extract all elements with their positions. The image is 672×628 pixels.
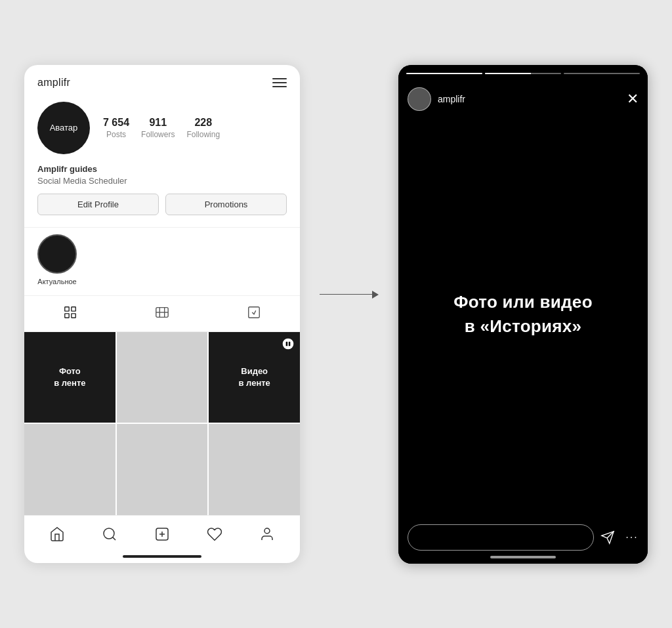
stat-following: 228 Following: [186, 117, 220, 139]
svg-point-20: [635, 537, 637, 538]
story-content: Фото или видеов «Историях»: [398, 65, 648, 564]
story-header: amplifr ✕: [398, 70, 648, 117]
svg-rect-8: [286, 341, 288, 346]
stat-followers: 911 Followers: [141, 117, 175, 139]
bio-name: Amplifr guides: [37, 164, 287, 174]
following-label: Following: [186, 130, 220, 139]
avatar-label: Аватар: [50, 123, 78, 133]
svg-rect-2: [65, 313, 69, 317]
svg-rect-1: [72, 306, 75, 310]
grid-cell-video: Видеов ленте: [209, 332, 300, 423]
send-icon[interactable]: [600, 530, 615, 545]
promotions-button[interactable]: Promotions: [165, 194, 287, 215]
grid-photo-label: Фотов ленте: [54, 366, 85, 389]
story-username: amplifr: [438, 94, 465, 104]
video-icon: [282, 337, 295, 353]
arrow-head: [372, 291, 379, 299]
svg-point-19: [631, 537, 632, 538]
bottom-nav: [24, 515, 300, 553]
svg-point-15: [264, 528, 270, 534]
followers-label: Followers: [141, 130, 175, 139]
svg-point-10: [104, 528, 114, 539]
bio-desc: Social Media Scheduler: [37, 176, 287, 186]
avatar: Аватар: [37, 102, 90, 154]
svg-rect-0: [65, 306, 69, 310]
posts-number: 7 654: [103, 117, 129, 129]
story-bottom: [398, 524, 648, 551]
highlight-circle: [37, 234, 77, 274]
tab-grid[interactable]: [56, 303, 84, 325]
grid-cell-empty-2: [24, 424, 116, 515]
phone-header: amplifr: [24, 65, 300, 95]
following-number: 228: [194, 117, 212, 129]
nav-profile[interactable]: [254, 524, 280, 547]
profile-stats: 7 654 Posts 911 Followers 228 Following: [103, 117, 287, 139]
grid-section: Фотов ленте Видеов ленте: [24, 332, 300, 515]
stat-posts: 7 654 Posts: [103, 117, 129, 139]
profile-section: Аватар 7 654 Posts 911 Followers 228 Fol…: [24, 95, 300, 164]
action-buttons: Edit Profile Promotions: [24, 194, 300, 227]
grid-cell-empty-3: [117, 424, 208, 515]
story-avatar: [408, 87, 431, 111]
tab-reels[interactable]: [148, 303, 176, 325]
bio-section: Amplifr guides Social Media Scheduler: [24, 164, 300, 194]
story-input[interactable]: [408, 524, 594, 551]
arrow-connector: [320, 291, 379, 299]
page-wrapper: amplifr Аватар 7 654 Posts 911 Followers: [0, 39, 672, 590]
nav-search[interactable]: [96, 524, 123, 547]
profile-username: amplifr: [37, 77, 70, 89]
posts-label: Posts: [106, 130, 126, 139]
grid-cell-empty-4: [209, 424, 300, 515]
svg-point-7: [283, 338, 294, 349]
grid-cell-empty-1: [117, 332, 208, 423]
more-icon[interactable]: [624, 530, 639, 545]
nav-home[interactable]: [44, 524, 70, 547]
highlights-section: Актуальное: [24, 227, 300, 295]
highlight-label: Актуальное: [37, 278, 76, 285]
story-home-indicator: [490, 556, 556, 558]
edit-profile-button[interactable]: Edit Profile: [37, 194, 159, 215]
right-phone: amplifr ✕ Фото или видеов «Историях»: [398, 65, 648, 564]
story-text: Фото или видеов «Историях»: [453, 290, 593, 338]
tab-tagged[interactable]: [240, 303, 268, 325]
followers-number: 911: [149, 117, 167, 129]
arrow-line: [320, 294, 372, 295]
svg-line-11: [113, 537, 116, 539]
nav-add[interactable]: [149, 524, 175, 547]
svg-rect-3: [72, 313, 75, 317]
svg-rect-9: [289, 341, 291, 346]
grid-video-label: Видеов ленте: [238, 366, 270, 389]
grid-cell-photo: Фотов ленте: [24, 332, 116, 423]
svg-rect-6: [249, 306, 260, 318]
tabs-section: [24, 295, 300, 332]
home-indicator: [123, 555, 201, 558]
highlight-item[interactable]: Актуальное: [37, 234, 77, 285]
left-phone: amplifr Аватар 7 654 Posts 911 Followers: [24, 65, 300, 563]
story-user: amplifr: [408, 87, 465, 111]
story-action-icons: [600, 530, 639, 545]
svg-point-18: [627, 537, 628, 538]
menu-icon[interactable]: [272, 78, 287, 87]
nav-heart[interactable]: [201, 524, 228, 547]
close-icon[interactable]: ✕: [627, 92, 639, 106]
